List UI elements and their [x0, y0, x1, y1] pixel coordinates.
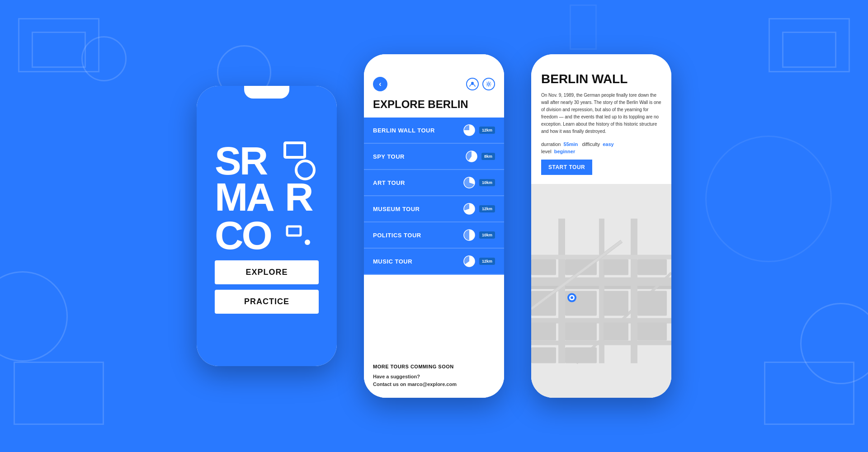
- phone-notch-3: [579, 54, 624, 67]
- phone-tour-list: ‹ EXPLORE BERLIN BERLIN WALL TOUR: [364, 54, 504, 398]
- header-icons: [466, 78, 495, 90]
- tour-item-label: MUSIC TOUR: [373, 258, 412, 265]
- svg-rect-34: [604, 259, 628, 275]
- phone-detail-inner: BERLIN WALL On Nov. 9, 1989, the German …: [531, 54, 671, 398]
- phone-detail: BERLIN WALL On Nov. 9, 1989, the German …: [531, 54, 671, 398]
- tour-item[interactable]: BERLIN WALL TOUR 12km: [364, 118, 504, 144]
- tour-item-label: MUSEUM TOUR: [373, 206, 420, 212]
- phone-tour-list-inner: ‹ EXPLORE BERLIN BERLIN WALL TOUR: [364, 54, 504, 398]
- settings-icon[interactable]: [482, 78, 495, 90]
- tour-item-right: 8km: [465, 150, 495, 163]
- explore-button[interactable]: EXPLORE: [215, 260, 319, 284]
- tour-distance-badge: 10km: [479, 179, 495, 186]
- tour-item[interactable]: POLITICS TOUR 10km: [364, 222, 504, 249]
- svg-point-7: [305, 240, 310, 245]
- svg-rect-37: [637, 259, 667, 275]
- profile-icon[interactable]: [466, 78, 479, 90]
- tour-item[interactable]: MUSEUM TOUR 12km: [364, 196, 504, 222]
- svg-rect-36: [604, 291, 628, 315]
- svg-rect-45: [565, 347, 597, 363]
- tour-distance-badge: 12km: [479, 205, 495, 212]
- svg-rect-43: [637, 322, 667, 340]
- main-container: SR MA R CO EXPLOR: [0, 0, 868, 452]
- start-tour-button[interactable]: START TOUR: [541, 160, 592, 175]
- phone-splash: SR MA R CO EXPLOR: [197, 86, 337, 366]
- practice-button[interactable]: PRACTICE: [215, 290, 319, 314]
- tour-distance-badge: 12km: [479, 127, 495, 134]
- svg-point-50: [571, 296, 573, 299]
- detail-level: level beginner: [541, 149, 661, 154]
- more-tours-label: MORE TOURS COMMING SOON: [373, 364, 495, 369]
- svg-point-9: [488, 83, 490, 85]
- map-container: [531, 184, 671, 398]
- svg-rect-44: [531, 322, 556, 340]
- tour-list: BERLIN WALL TOUR 12km SPY TOUR 8km ART T…: [364, 118, 504, 357]
- phone2-footer: MORE TOURS COMMING SOON Have a suggestio…: [364, 357, 504, 398]
- svg-rect-6: [287, 226, 301, 235]
- back-button[interactable]: ‹: [373, 77, 387, 91]
- tour-item-label: SPY TOUR: [373, 153, 405, 160]
- logo-container: SR MA R CO: [215, 138, 319, 256]
- svg-point-8: [471, 82, 474, 85]
- svg-rect-1: [285, 143, 305, 157]
- svg-rect-38: [637, 291, 667, 315]
- tour-item[interactable]: SPY TOUR 8km: [364, 144, 504, 170]
- tour-pie-chart: [463, 202, 476, 215]
- detail-content: BERLIN WALL On Nov. 9, 1989, the German …: [531, 54, 671, 184]
- tour-item-right: 12km: [463, 255, 495, 268]
- tour-item[interactable]: MUSIC TOUR 12km: [364, 249, 504, 275]
- tour-distance-badge: 8km: [481, 153, 495, 160]
- tour-item-label: BERLIN WALL TOUR: [373, 127, 435, 134]
- tour-item-right: 10km: [463, 176, 495, 189]
- tour-item-right: 10km: [463, 229, 495, 241]
- phone1-buttons: EXPLORE PRACTICE: [206, 260, 328, 314]
- phone-splash-inner: SR MA R CO EXPLOR: [197, 86, 337, 366]
- tour-item-label: POLITICS TOUR: [373, 232, 421, 239]
- tour-pie-chart: [465, 150, 478, 163]
- detail-duration: durration 55min difficulty easy: [541, 141, 661, 147]
- tour-distance-badge: 10km: [479, 231, 495, 239]
- svg-rect-40: [531, 291, 556, 315]
- tour-pie-chart: [463, 229, 476, 241]
- svg-rect-42: [604, 322, 628, 340]
- tour-item[interactable]: ART TOUR 10km: [364, 170, 504, 196]
- tour-distance-badge: 12km: [479, 258, 495, 265]
- svg-text:R: R: [285, 174, 314, 219]
- tour-pie-chart: [463, 124, 476, 137]
- tour-pie-chart: [463, 255, 476, 268]
- svg-rect-46: [531, 347, 556, 363]
- tour-item-label: ART TOUR: [373, 179, 405, 186]
- tour-pie-chart: [463, 176, 476, 189]
- phone-notch-2: [411, 54, 457, 67]
- tour-item-right: 12km: [463, 202, 495, 215]
- svg-text:CO: CO: [215, 213, 271, 256]
- phone-notch-1: [244, 86, 289, 99]
- explore-berlin-title: EXPLORE BERLIN: [364, 96, 504, 118]
- svg-rect-39: [531, 259, 556, 275]
- tour-item-right: 12km: [463, 124, 495, 137]
- svg-rect-41: [565, 322, 597, 340]
- suggestion-text: Have a suggestion? Contact us on marco@e…: [373, 373, 495, 389]
- detail-title: BERLIN WALL: [541, 72, 661, 86]
- detail-description: On Nov. 9, 1989, the German people final…: [541, 92, 661, 135]
